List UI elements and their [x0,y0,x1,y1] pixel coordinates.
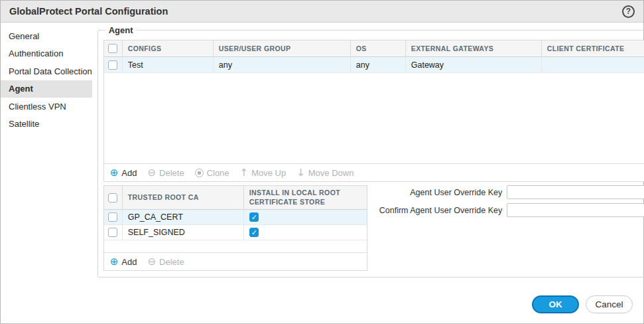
agent-user-override-key-label: Agent User Override Key [410,188,502,197]
cell-install [244,225,367,240]
override-key-fields: Agent User Override Key Confirm Agent Us… [367,185,644,217]
move-down-icon: ↓ [296,168,305,178]
trusted-root-ca-table: TRUSTED ROOT CA INSTALL IN LOCAL ROOT CE… [103,185,367,271]
table-row[interactable]: Test any any Gateway [104,57,644,73]
table-row[interactable]: SELF_SIGNED [104,225,367,240]
row-checkbox[interactable] [108,60,117,70]
column-header-install-cert-store[interactable]: INSTALL IN LOCAL ROOT CERTIFICATE STORE [244,186,367,209]
sidebar-item-portal-data-collection[interactable]: Portal Data Collection [1,62,92,80]
move-down-button[interactable]: ↓ Move Down [296,168,354,178]
table-row[interactable]: GP_CA_CERT [104,210,367,225]
table-empty-area [104,73,644,163]
delete-icon: ⊖ [147,257,156,267]
cell-user-group: any [214,57,351,72]
cell-os: any [351,57,406,72]
dialog-title: GlobalProtect Portal Configuration [9,6,168,17]
sidebar: General Authentication Portal Data Colle… [1,23,92,285]
sidebar-item-authentication[interactable]: Authentication [1,45,92,63]
dialog-footer: OK Cancel [1,285,643,323]
cell-external-gateways: Gateway [406,57,542,72]
move-up-label: Move Up [251,168,286,178]
ca-delete-label: Delete [159,257,184,267]
confirm-agent-user-override-key-input[interactable] [507,203,644,217]
row-checkbox-cell [104,225,123,240]
ca-add-label: Add [121,257,137,267]
agent-legend: Agent [105,25,137,35]
row-checkbox[interactable] [108,228,117,237]
move-up-icon: ↑ [240,168,249,178]
select-all-checkbox-cell [104,40,123,56]
delete-icon: ⊖ [147,168,156,178]
add-icon: ⊕ [110,257,119,267]
sidebar-item-clientless-vpn[interactable]: Clientless VPN [1,98,92,116]
column-header-trusted-root-ca[interactable]: TRUSTED ROOT CA [123,186,244,209]
clone-label: Clone [207,168,229,178]
agent-user-override-key-input[interactable] [507,185,644,199]
table-empty-area [104,240,367,252]
ca-table-toolbar: ⊕ Add ⊖ Delete [104,252,367,270]
ca-delete-button[interactable]: ⊖ Delete [147,257,184,267]
row-checkbox-cell [104,57,123,72]
install-checkbox[interactable] [249,228,259,237]
sidebar-item-general[interactable]: General [1,27,92,45]
delete-label: Delete [159,168,184,178]
cell-install [244,210,367,224]
delete-button[interactable]: ⊖ Delete [147,168,184,178]
row-checkbox-cell [104,210,123,224]
cell-ca-name: SELF_SIGNED [123,225,244,240]
column-header-client-certificate[interactable]: CLIENT CERTIFICATE [542,40,644,56]
globalprotect-portal-config-dialog: GlobalProtect Portal Configuration ? Gen… [0,0,644,324]
cancel-button[interactable]: Cancel [586,295,633,313]
column-header-os[interactable]: OS [351,40,406,56]
sidebar-item-satellite[interactable]: Satellite [1,116,92,133]
column-header-configs[interactable]: CONFIGS [123,40,214,56]
add-button[interactable]: ⊕ Add [110,168,137,178]
agent-fieldset: Agent CONFIGS USER/USER GROUP OS EXTERNA… [97,25,644,278]
help-icon[interactable]: ? [622,5,635,18]
confirm-agent-user-override-key-label: Confirm Agent User Override Key [379,206,503,215]
move-down-label: Move Down [308,168,354,178]
move-up-button[interactable]: ↑ Move Up [240,168,287,178]
cell-ca-name: GP_CA_CERT [123,210,244,224]
ca-add-button[interactable]: ⊕ Add [110,257,137,267]
row-checkbox[interactable] [108,212,117,222]
dialog-titlebar: GlobalProtect Portal Configuration ? [1,1,643,23]
ok-button[interactable]: OK [532,295,579,313]
column-header-external-gateways[interactable]: EXTERNAL GATEWAYS [406,40,542,56]
select-all-checkbox[interactable] [108,44,117,53]
cell-client-certificate [542,57,644,72]
add-label: Add [121,168,137,178]
agent-configs-table: CONFIGS USER/USER GROUP OS EXTERNAL GATE… [103,40,644,182]
sidebar-item-agent[interactable]: Agent [1,80,92,98]
column-header-user-group[interactable]: USER/USER GROUP [214,40,351,56]
clone-icon [195,169,204,177]
ca-select-all-checkbox[interactable] [108,193,117,202]
install-checkbox[interactable] [249,212,259,222]
cell-configs: Test [123,57,214,72]
configs-table-toolbar: ⊕ Add ⊖ Delete Clone ↑ [104,163,644,181]
clone-button[interactable]: Clone [195,168,229,178]
ca-select-all-checkbox-cell [104,186,123,209]
add-icon: ⊕ [110,168,119,178]
